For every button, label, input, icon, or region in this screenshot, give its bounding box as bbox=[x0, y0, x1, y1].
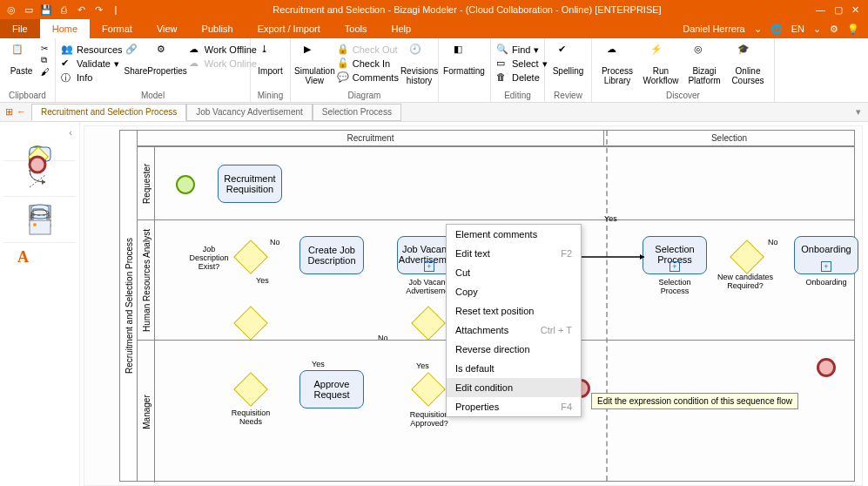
expand-icon[interactable]: + bbox=[424, 261, 434, 272]
diagram-icon[interactable]: ⊞ bbox=[5, 106, 13, 118]
info-button[interactable]: ⓘInfo bbox=[61, 71, 123, 84]
expand-icon[interactable]: + bbox=[821, 261, 831, 272]
maximize-icon[interactable]: ▢ bbox=[834, 4, 843, 16]
find-button[interactable]: 🔍Find▾ bbox=[496, 44, 548, 56]
ctx-edit-condition[interactable]: Edit condition bbox=[447, 378, 581, 397]
ctx-is-default[interactable]: Is default bbox=[447, 359, 581, 378]
select-button[interactable]: ▭Select▾ bbox=[496, 57, 548, 70]
subprocess-onboarding[interactable]: Onboarding+ bbox=[794, 236, 858, 274]
ctx-cut[interactable]: Cut bbox=[447, 263, 581, 282]
palette-image[interactable] bbox=[28, 218, 52, 237]
ctx-attachments[interactable]: AttachmentsCtrl + T bbox=[447, 321, 581, 340]
gateway-merge-1[interactable] bbox=[233, 306, 268, 341]
start-event[interactable] bbox=[176, 175, 195, 194]
qat-undo-icon[interactable]: ↶ bbox=[75, 3, 87, 16]
qat-new-icon[interactable]: ▭ bbox=[23, 3, 35, 16]
import-icon: ⤓ bbox=[260, 44, 281, 64]
tab-tools[interactable]: Tools bbox=[333, 19, 380, 38]
format-painter-icon[interactable]: 🖌 bbox=[41, 67, 50, 77]
palette-association[interactable] bbox=[28, 172, 52, 191]
back-arrow-icon[interactable]: ← bbox=[17, 106, 26, 118]
user-name[interactable]: Daniel Herrera bbox=[683, 24, 745, 34]
user-chevron-icon[interactable]: ⌄ bbox=[754, 24, 762, 35]
qat-redo-icon[interactable]: ↷ bbox=[92, 3, 104, 16]
share-button[interactable]: 🔗Share bbox=[124, 42, 148, 76]
ctx-reset-text-position[interactable]: Reset text position bbox=[447, 301, 581, 321]
tab-publish[interactable]: Publish bbox=[190, 19, 246, 38]
doctab-job-vacancy[interactable]: Job Vacancy Advertisement bbox=[186, 104, 313, 121]
phase-recruitment[interactable]: Recruitment bbox=[138, 131, 603, 146]
properties-button[interactable]: ⚙Properties bbox=[147, 42, 187, 76]
cloud-library-icon: ☁ bbox=[607, 44, 628, 64]
subprocess-selection[interactable]: Selection Process+ bbox=[643, 236, 707, 274]
task-approve-request[interactable]: Approve Request bbox=[299, 370, 364, 408]
label-yes-3: Yes bbox=[416, 361, 429, 370]
paste-button[interactable]: 📋 Paste bbox=[3, 42, 39, 76]
gateway-requisition-approved[interactable] bbox=[411, 372, 446, 407]
diagram-canvas[interactable]: Recruitment and Selection Process Recrui… bbox=[84, 125, 863, 486]
palette-text[interactable]: A bbox=[11, 248, 36, 267]
doctabs-chevron-icon[interactable]: ▾ bbox=[849, 106, 868, 118]
tab-format[interactable]: Format bbox=[90, 19, 145, 38]
revisions-history-button[interactable]: 🕘Revisions history bbox=[400, 42, 438, 85]
qat-save-icon[interactable]: 💾 bbox=[40, 3, 52, 16]
end-event-main[interactable] bbox=[817, 358, 836, 377]
close-icon[interactable]: ✕ bbox=[851, 4, 859, 16]
settings-gear-icon[interactable]: ⚙ bbox=[830, 24, 838, 35]
language-label[interactable]: EN bbox=[791, 24, 804, 34]
lightbulb-icon[interactable]: 💡 bbox=[847, 24, 859, 35]
run-workflow-button[interactable]: ⚡Run Workflow bbox=[639, 42, 683, 85]
tab-export[interactable]: Export / Import bbox=[246, 19, 333, 38]
gateway-new-candidates[interactable] bbox=[730, 240, 764, 274]
task-recruitment-requisition[interactable]: Recruitment Requisition bbox=[218, 165, 282, 203]
gateway-requisition-needs[interactable] bbox=[233, 372, 268, 407]
ctx-properties[interactable]: PropertiesF4 bbox=[447, 397, 581, 416]
spelling-button[interactable]: ✔Spelling bbox=[548, 42, 588, 76]
palette-collapse-icon[interactable]: ‹ bbox=[3, 125, 76, 139]
lane-manager[interactable]: Manager bbox=[138, 341, 155, 483]
lang-chevron-icon[interactable]: ⌄ bbox=[813, 24, 821, 35]
check-in-button[interactable]: 🔓Check In bbox=[337, 57, 399, 70]
process-library-button[interactable]: ☁Process Library bbox=[595, 42, 639, 85]
task-create-job-desc[interactable]: Create Job Description bbox=[299, 236, 364, 274]
tab-file[interactable]: File bbox=[0, 19, 40, 38]
group-clipboard-label: Clipboard bbox=[0, 90, 55, 102]
phase-selection[interactable]: Selection bbox=[603, 131, 854, 146]
gateway-job-desc-exist[interactable] bbox=[233, 240, 268, 274]
lane-requester[interactable]: Requester bbox=[138, 147, 155, 219]
simulation-view-button[interactable]: ▶Simulation View bbox=[294, 42, 335, 85]
expand-icon[interactable]: + bbox=[670, 261, 680, 272]
tab-view[interactable]: View bbox=[145, 19, 190, 38]
gateway-merge-2[interactable] bbox=[411, 306, 446, 341]
ctx-edit-text[interactable]: Edit textF2 bbox=[447, 244, 581, 263]
bizagi-platform-button[interactable]: ◎Bizagi Platform bbox=[683, 42, 726, 85]
cut-icon[interactable]: ✂ bbox=[41, 44, 50, 53]
label-no-3: No bbox=[768, 238, 778, 246]
ctx-reverse-direction[interactable]: Reverse direction bbox=[447, 340, 581, 359]
copy-icon[interactable]: ⧉ bbox=[41, 55, 50, 65]
tab-home[interactable]: Home bbox=[40, 19, 90, 38]
work-offline-button[interactable]: ☁Work Offline bbox=[189, 44, 257, 56]
label-onboarding: Onboarding bbox=[796, 278, 857, 287]
comments-button[interactable]: 💬Comments bbox=[337, 71, 399, 84]
formatting-icon: ◧ bbox=[454, 44, 474, 64]
label-job-desc-exist: Job Description Exist? bbox=[185, 245, 233, 271]
formatting-button[interactable]: ◧Formatting bbox=[442, 42, 486, 76]
globe-icon[interactable]: 🌐 bbox=[770, 24, 783, 35]
doctab-main[interactable]: Recruitment and Selection Process bbox=[31, 104, 186, 121]
pool-header[interactable]: Recruitment and Selection Process bbox=[120, 131, 138, 481]
validate-button[interactable]: ✔Validate▾ bbox=[61, 57, 123, 70]
ctx-element-comments[interactable]: Element comments bbox=[447, 225, 581, 244]
import-button[interactable]: ⤓Import bbox=[254, 42, 286, 76]
online-courses-button[interactable]: 🎓Online Courses bbox=[726, 42, 770, 85]
app-icon: ◎ bbox=[5, 3, 17, 16]
label-selection: Selection Process bbox=[644, 278, 705, 295]
doctab-selection[interactable]: Selection Process bbox=[313, 104, 401, 121]
lane-hr-analyst[interactable]: Human Resources Analyst bbox=[138, 220, 155, 340]
minimize-icon[interactable]: — bbox=[816, 4, 825, 16]
delete-button[interactable]: 🗑Delete bbox=[496, 71, 548, 84]
resources-button[interactable]: 👥Resources bbox=[61, 44, 123, 56]
tab-help[interactable]: Help bbox=[379, 19, 423, 38]
qat-print-icon[interactable]: ⎙ bbox=[57, 3, 70, 16]
ctx-copy[interactable]: Copy bbox=[447, 282, 581, 301]
